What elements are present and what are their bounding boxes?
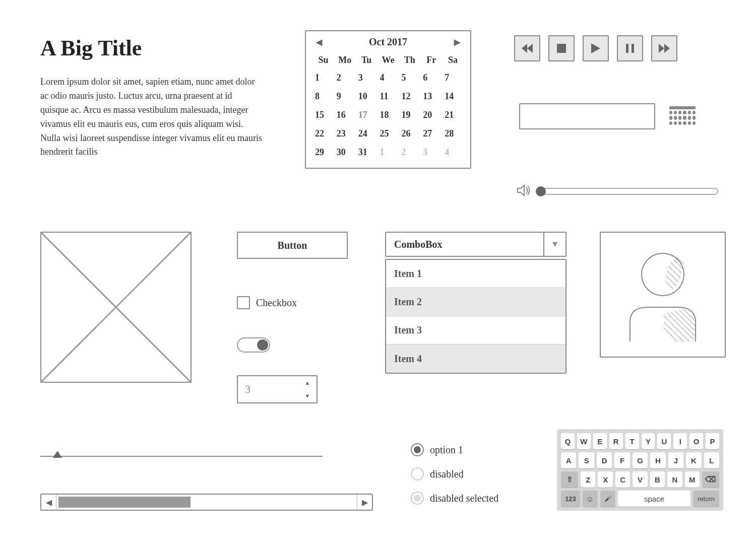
calendar-next-icon[interactable]: ▶ xyxy=(451,37,463,47)
listbox[interactable]: Item 1Item 2Item 3Item 4 xyxy=(385,259,566,374)
calendar-day[interactable]: 22 xyxy=(313,125,334,142)
checkbox-box[interactable] xyxy=(237,296,250,309)
calendar-day[interactable]: 20 xyxy=(421,107,442,123)
key-t[interactable]: T xyxy=(625,433,639,449)
key-z[interactable]: Z xyxy=(581,471,595,488)
key-f[interactable]: F xyxy=(614,452,629,468)
volume-track[interactable] xyxy=(540,188,718,195)
calendar-day[interactable]: 7 xyxy=(443,70,463,86)
calendar-day[interactable]: 30 xyxy=(335,144,355,161)
key-u[interactable]: U xyxy=(657,433,671,449)
radio-option[interactable]: option 1 xyxy=(411,443,498,456)
calendar-day[interactable]: 15 xyxy=(313,107,334,123)
calendar-day[interactable]: 2 xyxy=(399,144,420,161)
key-a[interactable]: A xyxy=(561,452,576,468)
calendar-day[interactable]: 4 xyxy=(378,70,399,86)
calendar-day[interactable]: 28 xyxy=(443,125,463,142)
key-n[interactable]: N xyxy=(667,471,682,488)
numeric-stepper[interactable]: 3 ▲ ▼ xyxy=(237,375,318,403)
calendar-day[interactable]: 3 xyxy=(356,70,377,86)
key-j[interactable]: J xyxy=(668,452,683,468)
calendar-prev-icon[interactable]: ◀ xyxy=(313,37,325,47)
calendar-day[interactable]: 14 xyxy=(443,88,463,105)
calendar-day[interactable]: 18 xyxy=(378,107,399,123)
shift-key-icon[interactable]: ⇧ xyxy=(561,471,578,488)
calendar-day[interactable]: 10 xyxy=(356,88,377,105)
key-g[interactable]: G xyxy=(633,452,648,468)
list-item[interactable]: Item 2 xyxy=(386,288,565,316)
datepicker-icon[interactable] xyxy=(669,106,696,126)
mic-key-icon[interactable]: 🎤 xyxy=(600,491,615,507)
generic-button[interactable]: Button xyxy=(237,232,348,259)
key-s[interactable]: S xyxy=(579,452,594,468)
calendar-day[interactable]: 13 xyxy=(421,88,442,105)
key-123[interactable]: 123 xyxy=(561,491,580,507)
horizontal-scrollbar[interactable]: ◀ ▶ xyxy=(40,494,373,511)
calendar-day[interactable]: 26 xyxy=(399,125,420,142)
calendar-day[interactable]: 1 xyxy=(313,70,334,86)
key-c[interactable]: C xyxy=(615,471,630,488)
calendar-day[interactable]: 29 xyxy=(313,144,334,161)
onscreen-keyboard[interactable]: QWERTYUIOP ASDFGHJKL ⇧ZXCVBNM⌫ 123☺🎤spac… xyxy=(557,429,723,511)
calendar-day[interactable]: 6 xyxy=(421,70,442,86)
key-y[interactable]: Y xyxy=(642,433,655,449)
stepper-down-icon[interactable]: ▼ xyxy=(298,389,317,402)
pause-button[interactable] xyxy=(617,35,643,61)
scrollbar-track[interactable] xyxy=(56,495,357,510)
list-item[interactable]: Item 3 xyxy=(386,316,565,344)
calendar-day[interactable]: 5 xyxy=(399,70,420,86)
calendar-day[interactable]: 3 xyxy=(421,144,442,161)
calendar-day[interactable]: 17 xyxy=(356,107,377,123)
slider[interactable] xyxy=(40,451,323,461)
list-item[interactable]: Item 4 xyxy=(386,344,565,373)
calendar-day[interactable]: 4 xyxy=(443,144,463,161)
key-space[interactable]: space xyxy=(618,491,690,507)
key-q[interactable]: Q xyxy=(561,433,575,449)
stepper-value[interactable]: 3 xyxy=(238,376,298,402)
key-e[interactable]: E xyxy=(593,433,607,449)
calendar[interactable]: ◀ Oct 2017 ▶ SuMoTuWeThFrSa1234567891011… xyxy=(305,30,471,169)
emoji-key-icon[interactable]: ☺ xyxy=(583,491,598,507)
volume-slider[interactable] xyxy=(517,184,718,199)
stepper-up-icon[interactable]: ▲ xyxy=(298,376,317,389)
key-p[interactable]: P xyxy=(706,433,719,449)
scroll-left-icon[interactable]: ◀ xyxy=(41,495,56,510)
stop-button[interactable] xyxy=(548,35,575,61)
checkbox[interactable]: Checkbox xyxy=(237,296,297,309)
radio-button[interactable] xyxy=(411,443,424,456)
play-button[interactable] xyxy=(583,35,609,61)
key-l[interactable]: L xyxy=(704,452,719,468)
calendar-day[interactable]: 21 xyxy=(443,107,463,123)
calendar-day[interactable]: 27 xyxy=(421,125,442,142)
rewind-button[interactable] xyxy=(514,35,540,61)
key-h[interactable]: H xyxy=(650,452,665,468)
date-input[interactable] xyxy=(519,103,655,129)
calendar-day[interactable]: 11 xyxy=(378,88,399,105)
calendar-day[interactable]: 25 xyxy=(378,125,399,142)
calendar-day[interactable]: 19 xyxy=(399,107,420,123)
list-item[interactable]: Item 1 xyxy=(386,260,565,288)
key-k[interactable]: K xyxy=(686,452,701,468)
combobox[interactable]: ComboBox ▼ xyxy=(385,232,566,257)
calendar-day[interactable]: 24 xyxy=(356,125,377,142)
calendar-day[interactable]: 16 xyxy=(335,107,355,123)
calendar-day[interactable]: 2 xyxy=(335,70,355,86)
backspace-key-icon[interactable]: ⌫ xyxy=(702,471,719,488)
toggle-switch[interactable] xyxy=(237,337,270,353)
key-d[interactable]: D xyxy=(597,452,612,468)
key-m[interactable]: M xyxy=(685,471,700,488)
key-o[interactable]: O xyxy=(689,433,703,449)
scrollbar-thumb[interactable] xyxy=(58,497,191,508)
calendar-day[interactable]: 31 xyxy=(356,144,377,161)
key-w[interactable]: W xyxy=(577,433,591,449)
key-b[interactable]: B xyxy=(650,471,665,488)
key-i[interactable]: I xyxy=(673,433,687,449)
calendar-day[interactable]: 8 xyxy=(313,88,334,105)
fast-forward-button[interactable] xyxy=(651,35,677,61)
key-x[interactable]: X xyxy=(598,471,612,488)
calendar-day[interactable]: 9 xyxy=(335,88,355,105)
scroll-right-icon[interactable]: ▶ xyxy=(357,495,372,510)
key-v[interactable]: V xyxy=(633,471,647,488)
calendar-day[interactable]: 12 xyxy=(399,88,420,105)
chevron-down-icon[interactable]: ▼ xyxy=(543,233,565,256)
